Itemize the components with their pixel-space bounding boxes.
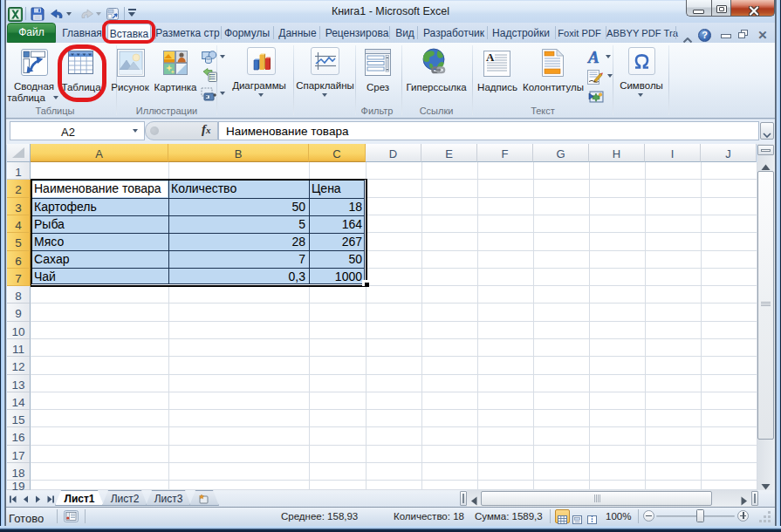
- svg-text:A: A: [587, 50, 599, 65]
- svg-text:A: A: [486, 51, 495, 64]
